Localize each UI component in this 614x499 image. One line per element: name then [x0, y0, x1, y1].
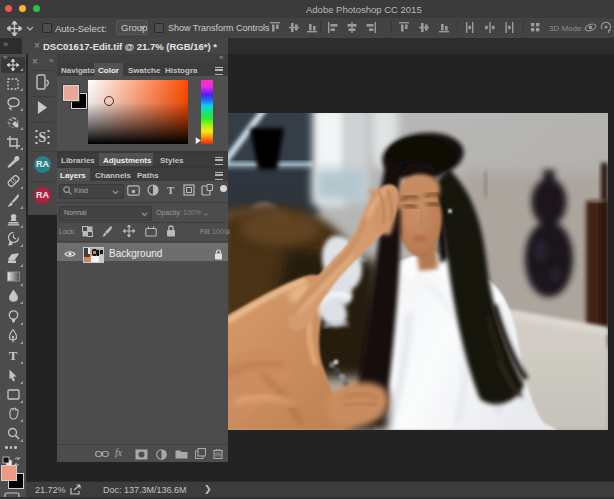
svg-text:S: S [39, 130, 47, 145]
svg-text:■: ■ [132, 188, 136, 194]
